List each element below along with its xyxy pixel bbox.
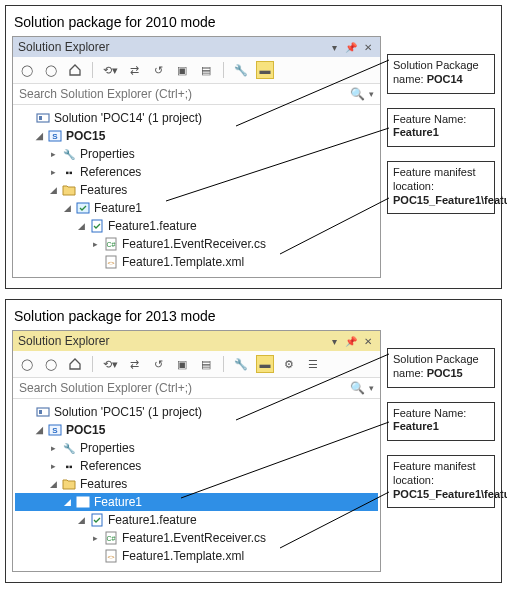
panel-title: Solution package for 2010 mode bbox=[14, 14, 495, 30]
callout-solution-name: Solution Package name: POC14 bbox=[387, 54, 495, 94]
svg-text:<>: <> bbox=[107, 554, 115, 560]
properties-button[interactable]: ▤ bbox=[197, 61, 215, 79]
showall-button[interactable]: ▣ bbox=[173, 61, 191, 79]
folder-icon bbox=[61, 476, 77, 492]
project-icon: S bbox=[47, 128, 63, 144]
refresh-button[interactable]: ⇄ bbox=[125, 355, 143, 373]
feature-icon bbox=[75, 494, 91, 510]
collapse-button[interactable]: ↺ bbox=[149, 355, 167, 373]
explorer-title: Solution Explorer bbox=[18, 334, 109, 348]
references-node[interactable]: ▸ ▪▪ References bbox=[15, 457, 378, 475]
template-xml-node[interactable]: ▸ <> Feature1.Template.xml bbox=[15, 253, 378, 271]
tree: ▸ Solution 'POC15' (1 project) ◢ S POC15… bbox=[13, 399, 380, 571]
explorer-titlebar: Solution Explorer ▾ 📌 ✕ bbox=[13, 37, 380, 57]
sync-button[interactable]: ⟲▾ bbox=[101, 61, 119, 79]
project-icon: S bbox=[47, 422, 63, 438]
svg-text:C#: C# bbox=[107, 241, 116, 248]
wrench-button[interactable]: 🔧 bbox=[232, 61, 250, 79]
callouts: Solution Package name: POC14 Feature Nam… bbox=[387, 54, 495, 214]
home-button[interactable] bbox=[66, 61, 84, 79]
search-input[interactable] bbox=[19, 87, 346, 101]
explorer-title: Solution Explorer bbox=[18, 40, 109, 54]
xml-icon: <> bbox=[103, 254, 119, 270]
back-button[interactable]: ◯ bbox=[18, 61, 36, 79]
feature-file-icon bbox=[89, 218, 105, 234]
search-input[interactable] bbox=[19, 381, 346, 395]
solution-explorer: Solution Explorer ▾ 📌 ✕ ◯ ◯ ⟲▾ ⇄ ↺ ▣ ▤ 🔧… bbox=[12, 330, 381, 572]
sync-button[interactable]: ⟲▾ bbox=[101, 355, 119, 373]
feature-icon bbox=[75, 200, 91, 216]
properties-button[interactable]: ▤ bbox=[197, 355, 215, 373]
callout-manifest: Feature manifest location: POC15_Feature… bbox=[387, 455, 495, 508]
feature-file-icon bbox=[89, 512, 105, 528]
svg-text:<>: <> bbox=[107, 260, 115, 266]
properties-node[interactable]: ▸ 🔧 Properties bbox=[15, 439, 378, 457]
panel-title: Solution package for 2013 mode bbox=[14, 308, 495, 324]
callout-feature-name: Feature Name: Feature1 bbox=[387, 108, 495, 148]
callout-feature-name: Feature Name: Feature1 bbox=[387, 402, 495, 442]
search-bar: 🔍 ▾ bbox=[13, 84, 380, 105]
references-node[interactable]: ▸ ▪▪ References bbox=[15, 163, 378, 181]
svg-rect-14 bbox=[39, 410, 42, 414]
dropdown-icon[interactable]: ▾ bbox=[327, 334, 341, 348]
showall-button[interactable]: ▣ bbox=[173, 355, 191, 373]
search-icon[interactable]: 🔍 bbox=[350, 381, 365, 395]
pin-icon[interactable]: 📌 bbox=[344, 40, 358, 54]
home-button[interactable] bbox=[66, 355, 84, 373]
wrench-icon: 🔧 bbox=[61, 146, 77, 162]
folder-icon bbox=[61, 182, 77, 198]
solution-node[interactable]: ▸ Solution 'POC14' (1 project) bbox=[15, 109, 378, 127]
event-receiver-node[interactable]: ▸ C# Feature1.EventReceiver.cs bbox=[15, 529, 378, 547]
highlight-button[interactable]: ▬ bbox=[256, 61, 274, 79]
features-node[interactable]: ◢ Features bbox=[15, 181, 378, 199]
callout-manifest: Feature manifest location: POC15_Feature… bbox=[387, 161, 495, 214]
solution-explorer: Solution Explorer ▾ 📌 ✕ ◯ ◯ ⟲▾ ⇄ ↺ ▣ ▤ 🔧… bbox=[12, 36, 381, 278]
solution-node[interactable]: ▸ Solution 'POC15' (1 project) bbox=[15, 403, 378, 421]
panel-2013: Solution package for 2013 mode Solution … bbox=[5, 299, 502, 583]
collapse-button[interactable]: ↺ bbox=[149, 61, 167, 79]
search-icon[interactable]: 🔍 bbox=[350, 87, 365, 101]
svg-rect-4 bbox=[77, 203, 89, 213]
xml-icon: <> bbox=[103, 548, 119, 564]
extra2-button[interactable]: ☰ bbox=[304, 355, 322, 373]
callouts: Solution Package name: POC15 Feature Nam… bbox=[387, 348, 495, 508]
project-node[interactable]: ◢ S POC15 bbox=[15, 421, 378, 439]
svg-rect-0 bbox=[37, 114, 49, 122]
search-bar: 🔍 ▾ bbox=[13, 378, 380, 399]
search-dropdown-icon[interactable]: ▾ bbox=[369, 89, 374, 99]
highlight-button[interactable]: ▬ bbox=[256, 355, 274, 373]
solution-icon bbox=[35, 110, 51, 126]
template-xml-node[interactable]: ▸ <> Feature1.Template.xml bbox=[15, 547, 378, 565]
close-icon[interactable]: ✕ bbox=[361, 40, 375, 54]
event-receiver-node[interactable]: ▸ C# Feature1.EventReceiver.cs bbox=[15, 235, 378, 253]
svg-rect-1 bbox=[39, 116, 42, 120]
wrench-icon: 🔧 bbox=[61, 440, 77, 456]
feature-file-node[interactable]: ◢ Feature1.feature bbox=[15, 217, 378, 235]
svg-rect-18 bbox=[92, 514, 102, 526]
features-node[interactable]: ◢ Features bbox=[15, 475, 378, 493]
callout-solution-name: Solution Package name: POC15 bbox=[387, 348, 495, 388]
feature-file-node[interactable]: ◢ Feature1.feature bbox=[15, 511, 378, 529]
feature1-node[interactable]: ◢ Feature1 bbox=[15, 199, 378, 217]
extra1-button[interactable]: ⚙ bbox=[280, 355, 298, 373]
panel-2010: Solution package for 2010 mode Solution … bbox=[5, 5, 502, 289]
explorer-toolbar: ◯ ◯ ⟲▾ ⇄ ↺ ▣ ▤ 🔧 ▬ ⚙ ☰ bbox=[13, 351, 380, 378]
explorer-titlebar: Solution Explorer ▾ 📌 ✕ bbox=[13, 331, 380, 351]
back-button[interactable]: ◯ bbox=[18, 355, 36, 373]
forward-button[interactable]: ◯ bbox=[42, 355, 60, 373]
wrench-button[interactable]: 🔧 bbox=[232, 355, 250, 373]
feature1-node[interactable]: ◢ Feature1 bbox=[15, 493, 378, 511]
refresh-button[interactable]: ⇄ bbox=[125, 61, 143, 79]
references-icon: ▪▪ bbox=[61, 458, 77, 474]
solution-icon bbox=[35, 404, 51, 420]
explorer-toolbar: ◯ ◯ ⟲▾ ⇄ ↺ ▣ ▤ 🔧 ▬ bbox=[13, 57, 380, 84]
close-icon[interactable]: ✕ bbox=[361, 334, 375, 348]
svg-rect-13 bbox=[37, 408, 49, 416]
dropdown-icon[interactable]: ▾ bbox=[327, 40, 341, 54]
pin-icon[interactable]: 📌 bbox=[344, 334, 358, 348]
csharp-icon: C# bbox=[103, 236, 119, 252]
properties-node[interactable]: ▸ 🔧 Properties bbox=[15, 145, 378, 163]
forward-button[interactable]: ◯ bbox=[42, 61, 60, 79]
project-node[interactable]: ◢ S POC15 bbox=[15, 127, 378, 145]
search-dropdown-icon[interactable]: ▾ bbox=[369, 383, 374, 393]
